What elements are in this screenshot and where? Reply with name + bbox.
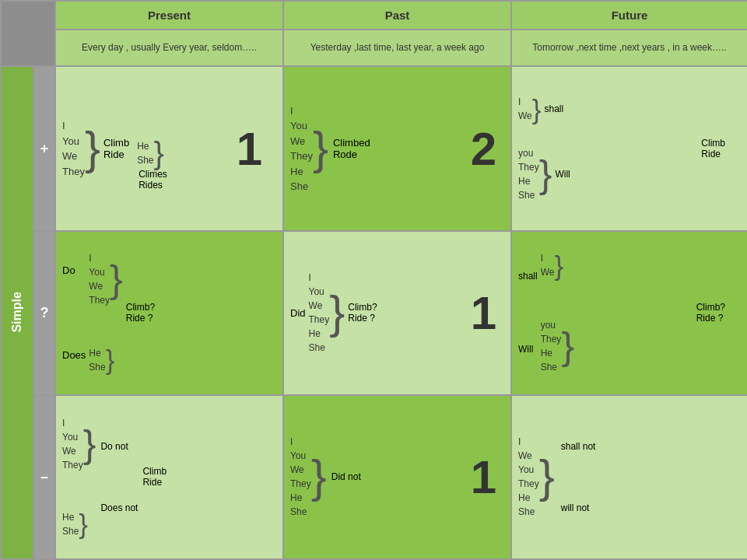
number-1-past-minus: 1 xyxy=(471,450,496,504)
past-minus-cell: I You We They He She } Did not 1 xyxy=(283,395,511,559)
future-header: Future xyxy=(511,1,747,30)
simple-label: Simple xyxy=(1,66,33,559)
corner-cell xyxy=(1,1,55,66)
future-plus-cell: I We } shall you They He She xyxy=(511,66,747,230)
future-question-cell: shall Will I We } yo xyxy=(511,231,747,395)
present-subtitle: Every day , usually Every year, seldom….… xyxy=(55,30,283,67)
present-question-cell: Do Does I You We They } xyxy=(55,231,283,395)
number-1-past-question: 1 xyxy=(471,286,496,340)
present-minus-cell: I You We They } He She xyxy=(55,395,283,559)
past-header: Past xyxy=(283,1,511,30)
past-plus-cell: I You We They He She } Climbed Rode 2 xyxy=(283,66,511,230)
minus-sign: – xyxy=(33,395,55,559)
number-2-past-plus: 2 xyxy=(471,122,496,176)
past-question-cell: Did I You We They He She } Climb? xyxy=(283,231,511,395)
present-plus-cell: I You We They } Climb Ride xyxy=(55,66,283,230)
future-subtitle: Tomorrow ,next time ,next years , in a w… xyxy=(511,30,747,67)
plus-sign: + xyxy=(33,66,55,230)
number-1-present-plus: 1 xyxy=(237,122,262,176)
question-sign: ? xyxy=(33,231,55,395)
past-subtitle: Yesterday ,last time, last year, a week … xyxy=(283,30,511,67)
present-header: Present xyxy=(55,1,283,30)
future-minus-cell: I We You They He She } shall not will no… xyxy=(511,395,747,559)
